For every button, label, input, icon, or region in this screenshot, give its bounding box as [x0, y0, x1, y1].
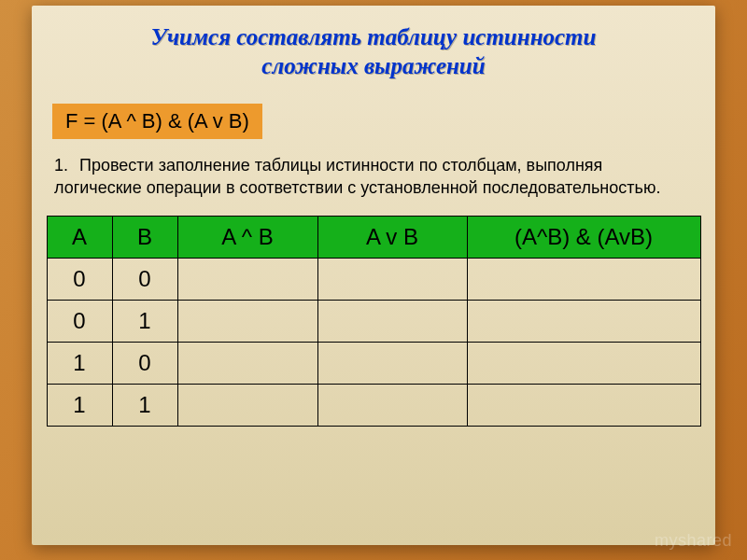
table-header-row: A B A ^ B A v B (A^B) & (AvB)	[47, 217, 700, 259]
cell	[177, 343, 317, 385]
formula-box: F = (A ^ B) & (A v B)	[52, 104, 262, 139]
cell	[177, 385, 317, 427]
truth-table: A B A ^ B A v B (A^B) & (AvB) 0 0 0 1	[47, 216, 701, 427]
title-line-2: сложных выражений	[261, 53, 485, 78]
cell	[317, 385, 467, 427]
cell	[467, 301, 700, 343]
col-header-a-and-b: A ^ B	[177, 217, 317, 259]
instruction-number: 1.	[54, 154, 75, 176]
cell	[467, 259, 700, 301]
cell: 0	[47, 301, 112, 343]
col-header-result: (A^B) & (AvB)	[467, 217, 700, 259]
cell	[317, 343, 467, 385]
title-line-1: Учимся составлять таблицу истинности	[151, 24, 597, 49]
table-row: 1 1	[47, 385, 700, 427]
content-panel: Учимся составлять таблицу истинности сло…	[32, 6, 715, 545]
instruction-body: Провести заполнение таблицы истинности п…	[54, 156, 660, 197]
cell	[177, 301, 317, 343]
slide-title: Учимся составлять таблицу истинности сло…	[82, 22, 665, 81]
col-header-b: B	[112, 217, 177, 259]
cell: 0	[112, 259, 177, 301]
instruction-text: 1. Провести заполнение таблицы истинност…	[54, 154, 693, 200]
slide-background: Учимся составлять таблицу истинности сло…	[0, 0, 747, 560]
cell	[467, 385, 700, 427]
cell	[317, 301, 467, 343]
col-header-a-or-b: A v B	[317, 217, 467, 259]
cell: 1	[112, 385, 177, 427]
cell: 1	[47, 385, 112, 427]
cell	[317, 259, 467, 301]
table-row: 0 1	[47, 301, 700, 343]
cell: 0	[112, 343, 177, 385]
cell: 0	[47, 259, 112, 301]
cell: 1	[47, 343, 112, 385]
cell: 1	[112, 301, 177, 343]
cell	[177, 259, 317, 301]
table-row: 1 0	[47, 343, 700, 385]
col-header-a: A	[47, 217, 112, 259]
table-row: 0 0	[47, 259, 700, 301]
cell	[467, 343, 700, 385]
